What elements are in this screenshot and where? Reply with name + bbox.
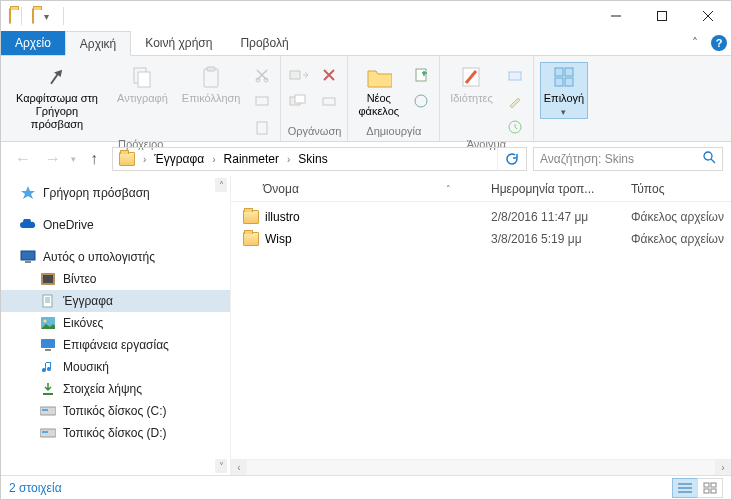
ribbon: Καρφίτσωμα στη Γρήγορη πρόσβαση Αντιγραφ… (1, 56, 731, 142)
copy-button: Αντιγραφή (113, 62, 172, 107)
easyaccess-icon[interactable] (409, 90, 433, 112)
select-icon (551, 64, 577, 90)
music-icon (39, 359, 57, 375)
new-folder-button[interactable]: Νέος φάκελος (354, 62, 403, 120)
breadcrumb-2[interactable]: Skins (294, 148, 331, 170)
file-type: Φάκελος αρχείων (621, 210, 731, 224)
drive-icon (39, 425, 57, 441)
pc-icon (19, 249, 37, 265)
chevron-right-icon[interactable]: › (141, 154, 148, 165)
breadcrumb-1[interactable]: Rainmeter (220, 148, 283, 170)
help-button[interactable]: ? (707, 31, 731, 55)
file-date: 3/8/2016 5:19 μμ (481, 232, 621, 246)
main-area: ˄ Γρήγορη πρόσβαση OneDrive Αυτός ο υπολ… (1, 176, 731, 475)
breadcrumb-root-icon[interactable] (115, 148, 139, 170)
details-view-button[interactable] (672, 478, 698, 498)
organize-group-label: Οργάνωση (288, 125, 342, 139)
chevron-right-icon[interactable]: › (285, 154, 292, 165)
svg-rect-19 (509, 72, 521, 80)
tab-share[interactable]: Κοινή χρήση (131, 31, 226, 55)
sidebar-item-desktop[interactable]: Επιφάνεια εργασίας (1, 334, 230, 356)
sidebar-item-label: Εικόνες (63, 316, 103, 330)
svg-rect-5 (138, 72, 150, 87)
navigation-pane[interactable]: ˄ Γρήγορη πρόσβαση OneDrive Αυτός ο υπολ… (1, 176, 231, 475)
search-box[interactable] (533, 147, 723, 171)
tab-home[interactable]: Αρχική (65, 31, 131, 56)
sidebar-item-documents[interactable]: Έγγραφα (1, 290, 230, 312)
svg-rect-50 (711, 489, 716, 493)
copyto-icon (287, 90, 311, 112)
column-date[interactable]: Ημερομηνία τροπ... (481, 182, 621, 196)
svg-rect-28 (25, 261, 31, 263)
svg-rect-49 (704, 489, 709, 493)
sidebar-item-disk-c[interactable]: Τοπικός δίσκος (C:) (1, 400, 230, 422)
tab-view[interactable]: Προβολή (226, 31, 302, 55)
search-icon[interactable] (703, 151, 716, 167)
newitem-icon[interactable] (409, 64, 433, 86)
sidebar-item-label: Επιφάνεια εργασίας (63, 338, 169, 352)
new-group-label: Δημιουργία (366, 125, 421, 139)
svg-rect-7 (207, 67, 215, 71)
sidebar-item-music[interactable]: Μουσική (1, 356, 230, 378)
sidebar-item-thispc[interactable]: Αυτός ο υπολογιστής (1, 246, 230, 268)
table-row[interactable]: illustro2/8/2016 11:47 μμΦάκελος αρχείων (231, 206, 731, 228)
svg-rect-14 (295, 95, 305, 103)
svg-rect-27 (21, 251, 35, 260)
help-icon: ? (711, 35, 727, 51)
refresh-button[interactable] (497, 148, 524, 170)
table-row[interactable]: Wisp3/8/2016 5:19 μμΦάκελος αρχείων (231, 228, 731, 250)
paste-button: Επικόλληση (178, 62, 245, 107)
qat-dropdown-icon[interactable]: ▾ (40, 9, 53, 24)
scroll-down-icon[interactable]: ˅ (215, 459, 227, 473)
horizontal-scrollbar[interactable]: ‹ › (231, 459, 731, 475)
file-list[interactable]: illustro2/8/2016 11:47 μμΦάκελος αρχείων… (231, 202, 731, 459)
copy-icon (129, 64, 155, 90)
tab-file[interactable]: Αρχείο (1, 31, 65, 55)
scroll-up-icon[interactable]: ˄ (215, 178, 227, 192)
sidebar-item-disk-d[interactable]: Τοπικός δίσκος (D:) (1, 422, 230, 444)
up-button[interactable]: ↑ (82, 147, 106, 171)
sidebar-item-videos[interactable]: Βίντεο (1, 268, 230, 290)
svg-rect-24 (565, 78, 573, 86)
sidebar-item-downloads[interactable]: Στοιχεία λήψης (1, 378, 230, 400)
address-bar[interactable]: › Έγγραφα › Rainmeter › Skins (112, 147, 527, 171)
select-button[interactable]: Επιλογή ▾ (540, 62, 588, 119)
pin-quickaccess-button[interactable]: Καρφίτσωμα στη Γρήγορη πρόσβαση (7, 62, 107, 133)
file-date: 2/8/2016 11:47 μμ (481, 210, 621, 224)
status-text: 2 στοιχεία (9, 481, 62, 495)
close-button[interactable] (685, 1, 731, 31)
sidebar-item-pictures[interactable]: Εικόνες (1, 312, 230, 334)
column-name[interactable]: Όνομα ˄ (231, 182, 481, 196)
chevron-right-icon[interactable]: › (210, 154, 217, 165)
svg-rect-31 (43, 295, 52, 307)
back-button: ← (11, 147, 35, 171)
svg-rect-39 (43, 393, 53, 395)
breadcrumb-0[interactable]: Έγγραφα (150, 148, 208, 170)
column-headers: Όνομα ˄ Ημερομηνία τροπ... Τύπος (231, 176, 731, 202)
properties-icon (458, 64, 484, 90)
qat-folder-icon[interactable] (32, 9, 34, 23)
svg-rect-23 (555, 78, 563, 86)
sidebar-item-onedrive[interactable]: OneDrive (1, 214, 230, 236)
ribbon-collapse-icon[interactable]: ˄ (683, 31, 707, 55)
svg-point-36 (44, 320, 47, 323)
history-icon (503, 116, 527, 138)
file-name: Wisp (265, 232, 292, 246)
maximize-button[interactable] (639, 1, 685, 31)
history-dropdown-icon[interactable]: ▾ (71, 154, 76, 164)
scroll-right-icon[interactable]: › (715, 460, 731, 476)
desktop-icon (39, 337, 57, 353)
icons-view-button[interactable] (697, 478, 723, 498)
minimize-button[interactable] (593, 1, 639, 31)
svg-line-26 (711, 159, 715, 163)
column-type[interactable]: Τύπος (621, 182, 731, 196)
sidebar-item-label: Στοιχεία λήψης (63, 382, 142, 396)
search-input[interactable] (540, 152, 699, 166)
svg-rect-12 (290, 71, 300, 79)
sidebar-item-quickaccess[interactable]: Γρήγορη πρόσβαση (1, 182, 230, 204)
menu-bar: Αρχείο Αρχική Κοινή χρήση Προβολή ˄ ? (1, 31, 731, 56)
app-folder-icon (9, 9, 11, 23)
svg-rect-11 (257, 122, 267, 134)
qat-divider (21, 7, 22, 25)
scroll-left-icon[interactable]: ‹ (231, 460, 247, 476)
